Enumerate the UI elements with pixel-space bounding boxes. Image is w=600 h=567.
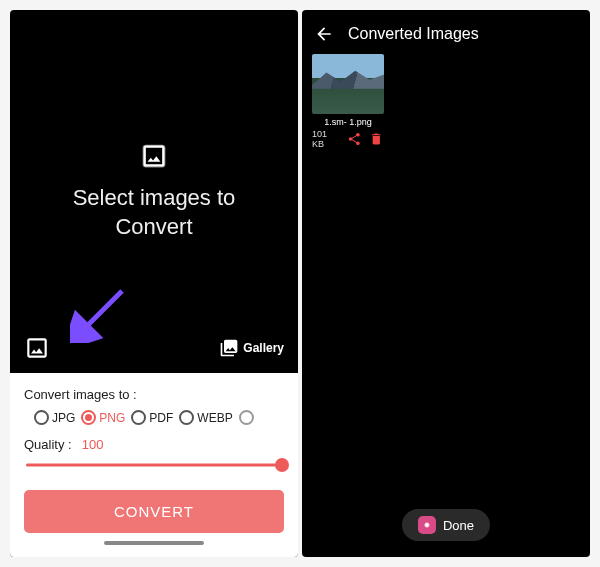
radio-more[interactable] xyxy=(239,410,254,425)
radio-label: JPG xyxy=(52,411,75,425)
radio-webp[interactable]: WEBP xyxy=(179,410,232,425)
file-size: 101 KB xyxy=(312,129,339,149)
convert-button[interactable]: CONVERT xyxy=(24,490,284,533)
thumbnail-image[interactable] xyxy=(312,54,384,114)
image-icon xyxy=(140,142,168,170)
page-title: Converted Images xyxy=(348,25,479,43)
delete-icon[interactable] xyxy=(369,131,384,147)
bottom-toolbar: Gallery xyxy=(10,335,298,361)
gallery-button[interactable]: Gallery xyxy=(219,338,284,358)
radio-pdf[interactable]: PDF xyxy=(131,410,173,425)
file-actions: 101 KB xyxy=(312,129,384,149)
header: Converted Images xyxy=(302,10,590,48)
result-grid: 1.sm- 1.png 101 KB xyxy=(302,48,590,155)
radio-jpg[interactable]: JPG xyxy=(34,410,75,425)
svg-point-2 xyxy=(425,523,428,526)
radio-label: PNG xyxy=(99,411,125,425)
select-line2: Convert xyxy=(73,213,236,242)
settings-panel: Convert images to : JPG PNG PDF WEBP xyxy=(10,373,298,557)
done-app-icon xyxy=(418,516,436,534)
slider-thumb-icon[interactable] xyxy=(275,458,289,472)
result-item[interactable]: 1.sm- 1.png 101 KB xyxy=(312,54,384,149)
radio-png[interactable]: PNG xyxy=(81,410,125,425)
gallery-icon xyxy=(219,338,239,358)
pointer-arrow-icon xyxy=(70,283,130,343)
radio-circle-icon xyxy=(81,410,96,425)
quality-row: Quality : 100 xyxy=(24,437,284,452)
done-button[interactable]: Done xyxy=(402,509,490,541)
slider-track xyxy=(26,464,282,467)
pick-image-icon[interactable] xyxy=(24,335,50,361)
home-indicator xyxy=(104,541,204,545)
format-radios: JPG PNG PDF WEBP xyxy=(24,410,284,425)
gallery-label: Gallery xyxy=(243,341,284,355)
svg-line-1 xyxy=(82,291,122,331)
quality-label: Quality : xyxy=(24,437,72,452)
radio-circle-icon xyxy=(239,410,254,425)
svg-rect-0 xyxy=(144,145,165,166)
right-screen: Converted Images 1.sm- 1.png 101 KB Done xyxy=(302,10,590,557)
quality-slider[interactable] xyxy=(26,454,282,476)
radio-label: WEBP xyxy=(197,411,232,425)
select-area[interactable]: Select images to Convert Gallery xyxy=(10,10,298,373)
radio-circle-icon xyxy=(34,410,49,425)
done-label: Done xyxy=(443,518,474,533)
file-name: 1.sm- 1.png xyxy=(312,117,384,127)
share-icon[interactable] xyxy=(347,131,362,147)
back-icon[interactable] xyxy=(314,24,334,44)
radio-circle-icon xyxy=(179,410,194,425)
quality-value: 100 xyxy=(82,437,104,452)
left-screen: Select images to Convert Gallery xyxy=(10,10,298,557)
select-line1: Select images to xyxy=(73,184,236,213)
select-prompt: Select images to Convert xyxy=(73,184,236,241)
radio-label: PDF xyxy=(149,411,173,425)
radio-circle-icon xyxy=(131,410,146,425)
convert-to-label: Convert images to : xyxy=(24,387,284,402)
